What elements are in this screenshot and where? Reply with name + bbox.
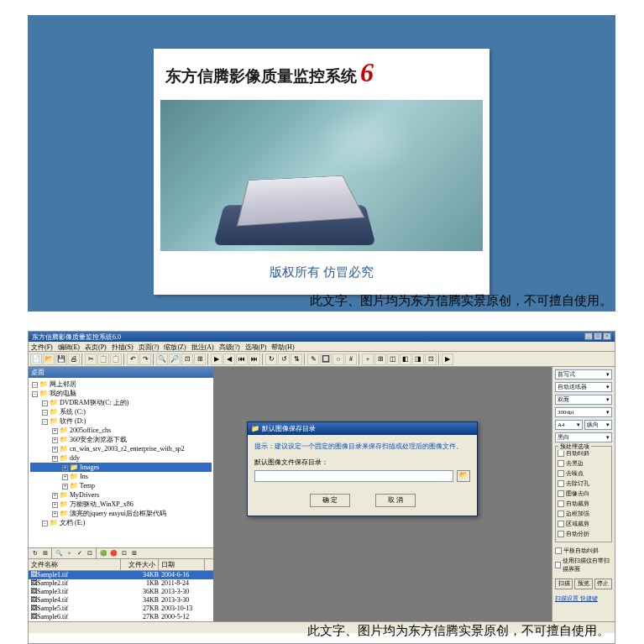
tree-item[interactable]: +📁 cn_win_srv_2003_r2_enterprise_with_sp… bbox=[30, 444, 212, 453]
file-row[interactable]: 🖼Sample6.tif27KB2000-5-12 bbox=[29, 613, 213, 621]
tree-item[interactable]: +📁 漂亮的jquery easyui后台框架代码 bbox=[30, 509, 212, 518]
tree-item[interactable]: −📁 我的电脑 bbox=[30, 389, 212, 398]
toolbar-button[interactable]: ↺ bbox=[278, 353, 290, 365]
toolbar-button[interactable]: 📋 bbox=[97, 353, 109, 365]
file-toolbar-button[interactable]: 🔴 bbox=[109, 549, 118, 558]
toolbar-button[interactable]: ⊞ bbox=[194, 353, 206, 365]
maximize-button[interactable]: □ bbox=[594, 332, 602, 340]
menu-item[interactable]: 扑描(S) bbox=[112, 343, 134, 350]
preprocess-checkbox[interactable]: 自动分折 bbox=[558, 530, 610, 538]
toolbar-button[interactable]: 🔲 bbox=[320, 353, 332, 365]
toolbar-button[interactable]: ◧ bbox=[400, 353, 411, 365]
cancel-button[interactable]: 取 消 bbox=[375, 494, 416, 507]
scan-action-button[interactable]: 预览 bbox=[574, 579, 592, 589]
menu-item[interactable]: 编辑(E) bbox=[58, 343, 80, 350]
tree-item[interactable]: +📁 ddy bbox=[30, 453, 212, 463]
settings-links[interactable]: 扫描设置 快捷键 bbox=[555, 594, 612, 603]
file-toolbar-button[interactable]: ⊡ bbox=[119, 549, 128, 558]
toolbar-button[interactable]: # bbox=[345, 353, 357, 365]
tree-item[interactable]: −📁 DVDRAM驱动(C: 上的) bbox=[30, 398, 212, 407]
file-row[interactable]: 🖼Sample3.tif36KB2013-3-30 bbox=[29, 588, 213, 596]
file-list[interactable]: 🖼Sample1.tif34KB2004-6-16🖼Sample2.tif1KB… bbox=[29, 571, 213, 621]
ok-button[interactable]: 确 定 bbox=[310, 494, 350, 507]
toolbar-button[interactable]: ◀ bbox=[223, 353, 235, 365]
toolbar-button[interactable]: ◫ bbox=[387, 353, 399, 365]
toolbar-button[interactable]: 💾 bbox=[55, 353, 67, 365]
close-button[interactable]: × bbox=[603, 332, 611, 340]
menu-item[interactable]: 缩放(Z) bbox=[164, 343, 186, 350]
tree-item[interactable]: +📁 Images bbox=[30, 463, 212, 472]
file-toolbar-button[interactable]: ⊞ bbox=[129, 549, 139, 558]
menu-item[interactable]: 表页(P) bbox=[85, 343, 107, 350]
tree-item[interactable]: −📁 软件 (D:) bbox=[30, 416, 212, 426]
file-toolbar-button[interactable]: 🟢 bbox=[99, 549, 108, 558]
toolbar-button[interactable]: ▶ bbox=[211, 353, 223, 365]
dir-input[interactable] bbox=[254, 470, 453, 482]
scan-select[interactable]: 普写式 bbox=[555, 369, 612, 380]
scan-select[interactable]: 自动送纸器 bbox=[555, 382, 612, 392]
scan-action-button[interactable]: 停止 bbox=[594, 579, 612, 589]
menu-item[interactable]: 页面(?) bbox=[139, 343, 160, 350]
scan-select[interactable]: 双面 bbox=[555, 395, 612, 405]
preprocess-checkbox[interactable]: 自动裁剪 bbox=[558, 500, 610, 508]
toolbar-button[interactable]: ⊞ bbox=[374, 353, 386, 365]
toolbar-button[interactable]: ↻ bbox=[265, 353, 277, 365]
toolbar-button[interactable]: + bbox=[362, 353, 374, 365]
file-toolbar-button[interactable]: 🔍 bbox=[55, 549, 64, 558]
toolbar-button[interactable]: ↶ bbox=[127, 353, 139, 365]
menu-item[interactable]: 选项(P) bbox=[245, 343, 267, 350]
tree-item[interactable]: −📁 系统 (C:) bbox=[30, 407, 212, 416]
file-toolbar-button[interactable]: ↻ bbox=[30, 549, 39, 558]
preprocess-checkbox[interactable]: 去噪点 bbox=[558, 469, 610, 478]
preprocess-checkbox[interactable]: 去黑边 bbox=[558, 459, 610, 468]
preprocess-checkbox[interactable]: 去除订孔 bbox=[558, 479, 610, 488]
file-row[interactable]: 🖼Sample2.tif1KB2011-8-24 bbox=[29, 579, 213, 588]
toolbar-button[interactable]: 🖨 bbox=[68, 353, 80, 365]
tree-item[interactable]: +📁 360安全浏览器下载 bbox=[30, 435, 212, 444]
toolbar-button[interactable]: 🔎 bbox=[169, 353, 181, 365]
toolbar-button[interactable]: ○ bbox=[332, 353, 344, 365]
toolbar-button[interactable]: ▶ bbox=[442, 353, 453, 365]
tree-item[interactable]: +📁 Ins bbox=[30, 472, 212, 481]
preprocess-checkbox[interactable]: 边框加强 bbox=[558, 510, 610, 518]
menu-item[interactable]: 帮助(H) bbox=[271, 343, 294, 350]
preprocess-checkbox[interactable]: 区域裁剪 bbox=[558, 520, 610, 528]
toolbar-button[interactable]: ⊡ bbox=[425, 353, 437, 365]
toolbar-button[interactable]: ✎ bbox=[307, 353, 319, 365]
preprocess-checkbox[interactable]: 图像去白 bbox=[558, 490, 610, 498]
folder-tree[interactable]: −📁 网上邻居−📁 我的电脑−📁 DVDRAM驱动(C: 上的)−📁 系统 (C… bbox=[29, 378, 213, 547]
tree-item[interactable]: −📁 网上邻居 bbox=[30, 380, 212, 389]
browse-button[interactable]: 📂 bbox=[457, 470, 470, 482]
toolbar-button[interactable]: 📄 bbox=[30, 353, 42, 365]
orient-select[interactable]: 纵向 bbox=[584, 420, 612, 430]
tree-item[interactable]: +📁 MyDrivers bbox=[30, 490, 212, 500]
flatbed-checkbox[interactable]: 平板自动纠斜 bbox=[555, 547, 612, 555]
toolbar-button[interactable]: ⏭ bbox=[249, 353, 260, 365]
file-row[interactable]: 🖼Sample5.tif27KB2003-10-13 bbox=[29, 605, 213, 613]
toolbar-button[interactable]: 🔍 bbox=[156, 353, 168, 365]
native-ui-checkbox[interactable]: 使用扫描仪自带扫描界面 bbox=[555, 557, 612, 573]
file-row[interactable]: 🖼Sample4.tif34KB2013-3-30 bbox=[29, 596, 213, 605]
toolbar-button[interactable]: ✂ bbox=[85, 353, 97, 365]
toolbar-button[interactable]: ⇅ bbox=[291, 353, 302, 365]
minimize-button[interactable]: _ bbox=[584, 332, 593, 340]
tree-item[interactable]: +📁 2005office_chs bbox=[30, 426, 212, 435]
toolbar-button[interactable]: ⏮ bbox=[236, 353, 248, 365]
toolbar-button[interactable]: ⊡ bbox=[181, 353, 193, 365]
file-toolbar-button[interactable]: × bbox=[65, 549, 74, 558]
file-toolbar-button[interactable]: ⊡ bbox=[85, 549, 94, 558]
color-select[interactable]: 黑白 bbox=[555, 432, 612, 442]
tree-item[interactable]: +📁 万能驱动_WinXP_x86 bbox=[30, 500, 212, 509]
toolbar-button[interactable]: ◨ bbox=[412, 353, 424, 365]
tree-item[interactable]: −📁 文档 (E:) bbox=[30, 518, 212, 527]
scan-select[interactable]: 300dpi bbox=[555, 407, 612, 417]
menu-item[interactable]: 文件(F) bbox=[31, 343, 53, 350]
file-toolbar-button[interactable]: ⊞ bbox=[40, 549, 50, 558]
toolbar-button[interactable]: 📋 bbox=[110, 353, 122, 365]
toolbar-button[interactable]: 📂 bbox=[43, 353, 55, 365]
size-select[interactable]: A4 bbox=[555, 420, 583, 430]
toolbar-button[interactable]: ↷ bbox=[139, 353, 151, 365]
menu-item[interactable]: 批注(A) bbox=[191, 343, 214, 350]
menu-item[interactable]: 高级(?) bbox=[219, 343, 240, 350]
file-row[interactable]: 🖼Sample1.tif34KB2004-6-16 bbox=[29, 571, 213, 579]
